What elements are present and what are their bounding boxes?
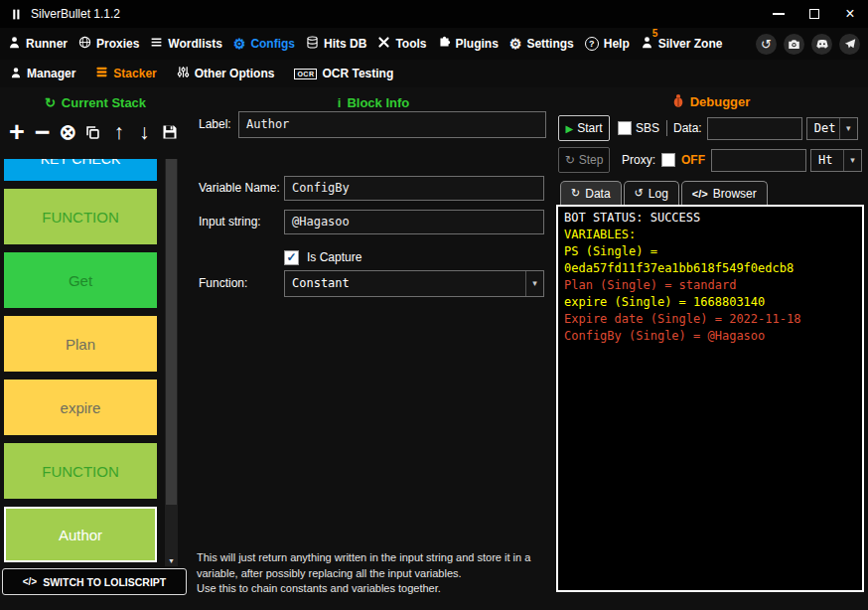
remove-block-button[interactable]: − bbox=[31, 117, 55, 147]
duplicate-block-button[interactable] bbox=[81, 117, 105, 147]
telegram-icon[interactable] bbox=[839, 34, 860, 55]
submenu-ocr-testing[interactable]: OCR OCR Testing bbox=[294, 67, 393, 80]
maximize-button[interactable] bbox=[796, 0, 832, 28]
main-menubar: Runner Proxies Wordlists ⚙ Configs Hits … bbox=[0, 28, 868, 60]
stack-scrollbar[interactable]: ▼ bbox=[165, 159, 178, 566]
layers-icon bbox=[95, 66, 108, 81]
console-line: Plan (Single) = standard bbox=[564, 277, 856, 294]
tab-data[interactable]: ↻ Data bbox=[560, 181, 622, 205]
configs-submenu: Manager Stacker Other Options OCR OCR Te… bbox=[0, 60, 868, 87]
stack-toolbar: + − ⊗ ↑ ↓ bbox=[2, 115, 185, 149]
tools-icon bbox=[377, 36, 390, 52]
code-icon: </> bbox=[23, 576, 37, 587]
menu-plugins[interactable]: Plugins bbox=[438, 36, 499, 52]
start-button[interactable]: ▶ Start bbox=[558, 115, 610, 141]
menu-wordlists[interactable]: Wordlists bbox=[150, 36, 221, 52]
stack-panel: ↻ Current Stack + − ⊗ ↑ ↓ KEY CHECK FUNC… bbox=[0, 87, 191, 610]
submenu-other-options[interactable]: Other Options bbox=[177, 66, 275, 81]
stack-panel-title: Current Stack bbox=[62, 95, 146, 110]
input-string-input[interactable]: @Hagasoo bbox=[284, 210, 544, 234]
stack-block[interactable]: FUNCTION bbox=[4, 443, 157, 499]
move-block-down-button[interactable]: ↓ bbox=[132, 117, 156, 147]
app-icon bbox=[10, 8, 23, 21]
notification-badge: 5 bbox=[652, 28, 658, 39]
info-icon: i bbox=[338, 95, 342, 110]
main-content: ↻ Current Stack + − ⊗ ↑ ↓ KEY CHECK FUNC… bbox=[0, 87, 868, 610]
menu-silver-zone[interactable]: 5 Silver Zone bbox=[641, 36, 723, 52]
refresh-icon: ↻ bbox=[45, 95, 56, 110]
console-line: ConfigBy (Single) = @Hagasoo bbox=[564, 328, 856, 345]
step-button[interactable]: ↻ Step bbox=[558, 147, 610, 173]
menu-help[interactable]: ? Help bbox=[585, 37, 630, 51]
gear-icon: ⚙ bbox=[233, 37, 246, 51]
proxy-input[interactable] bbox=[711, 149, 806, 172]
stack-block[interactable]: Plan bbox=[4, 316, 157, 372]
window-title: SilverBullet 1.1.2 bbox=[31, 7, 120, 21]
camera-icon[interactable] bbox=[784, 34, 804, 55]
label-input[interactable]: Author bbox=[238, 111, 546, 138]
log-tab-icon: ↺ bbox=[635, 187, 644, 200]
function-dropdown[interactable]: Constant ▾ bbox=[284, 270, 544, 297]
plugin-icon bbox=[438, 36, 451, 52]
debugger-panel: Debugger ▶ Start SBS Data: Det ▾ ↻ Step … bbox=[554, 87, 868, 610]
stack-panel-header: ↻ Current Stack bbox=[0, 95, 191, 110]
clear-stack-button[interactable]: ⊗ bbox=[56, 117, 79, 147]
proxy-checkbox[interactable] bbox=[661, 153, 675, 167]
menu-configs[interactable]: ⚙ Configs bbox=[233, 37, 295, 51]
submenu-manager[interactable]: Manager bbox=[10, 67, 75, 81]
data-input[interactable] bbox=[707, 117, 802, 140]
scroll-down-icon[interactable]: ▼ bbox=[165, 557, 178, 564]
stack-block[interactable]: expire bbox=[4, 380, 157, 435]
is-capture-checkbox[interactable]: ✓ bbox=[284, 250, 299, 265]
block-info-title: Block Info bbox=[347, 95, 409, 110]
list-icon bbox=[150, 36, 163, 52]
play-icon: ▶ bbox=[565, 123, 573, 134]
save-config-button[interactable] bbox=[158, 117, 182, 147]
separator bbox=[666, 120, 667, 136]
gear-icon: ⚙ bbox=[509, 37, 522, 51]
sbs-checkbox[interactable] bbox=[618, 121, 632, 135]
add-block-button[interactable]: + bbox=[5, 117, 29, 147]
close-button[interactable]: × bbox=[832, 0, 868, 28]
scrollbar-thumb[interactable] bbox=[166, 159, 177, 505]
stack-block[interactable]: FUNCTION bbox=[4, 189, 157, 244]
titlebar: SilverBullet 1.1.2 × bbox=[0, 0, 868, 28]
debugger-title: Debugger bbox=[690, 94, 751, 109]
debugger-header: Debugger bbox=[554, 93, 868, 110]
data-label: Data: bbox=[673, 121, 702, 135]
console-line: Expire date (Single) = 2022-11-18 bbox=[564, 311, 856, 328]
menu-hits-db[interactable]: Hits DB bbox=[306, 36, 366, 52]
submenu-stacker[interactable]: Stacker bbox=[95, 66, 156, 81]
menu-runner[interactable]: Runner bbox=[8, 36, 68, 52]
proxy-type-dropdown[interactable]: Ht ▾ bbox=[810, 149, 862, 172]
menu-proxies[interactable]: Proxies bbox=[78, 36, 139, 52]
minimize-icon bbox=[773, 13, 785, 15]
switch-to-loliscript-button[interactable]: </> SWITCH TO LOLISCRIPT bbox=[2, 568, 187, 595]
chevron-down-icon: ▾ bbox=[525, 271, 543, 296]
console-line: BOT STATUS: SUCCESS bbox=[564, 210, 856, 227]
variable-name-caption: Variable Name: bbox=[195, 181, 280, 195]
console-line: 0eda57fd11f37ea1bb618f549f0edcb8 bbox=[564, 260, 856, 277]
sliders-icon bbox=[177, 66, 190, 81]
block-info-header: i Block Info bbox=[195, 95, 552, 110]
stack-block-selected[interactable]: Author bbox=[4, 507, 157, 562]
block-info-panel: i Block Info Label: Author Variable Name… bbox=[195, 87, 552, 610]
label-caption: Label: bbox=[195, 117, 231, 131]
stack-block[interactable]: KEY CHECK bbox=[4, 159, 157, 181]
chevron-down-icon: ▾ bbox=[843, 150, 861, 171]
menu-tools[interactable]: Tools bbox=[377, 36, 426, 52]
menu-settings[interactable]: ⚙ Settings bbox=[509, 37, 574, 51]
chevron-down-icon: ▾ bbox=[839, 118, 857, 139]
minimize-button[interactable] bbox=[761, 0, 796, 28]
history-icon[interactable]: ↺ bbox=[756, 34, 777, 55]
stack-block[interactable]: Get bbox=[4, 252, 157, 308]
maximize-icon bbox=[809, 9, 819, 19]
data-type-dropdown[interactable]: Det ▾ bbox=[806, 117, 858, 140]
move-block-up-button[interactable]: ↑ bbox=[107, 117, 131, 147]
discord-icon[interactable] bbox=[811, 34, 832, 55]
tab-browser[interactable]: </> Browser bbox=[681, 181, 768, 205]
database-icon bbox=[306, 36, 319, 52]
globe-icon bbox=[78, 36, 91, 52]
variable-name-input[interactable]: ConfigBy bbox=[284, 176, 544, 201]
tab-log[interactable]: ↺ Log bbox=[624, 181, 679, 205]
